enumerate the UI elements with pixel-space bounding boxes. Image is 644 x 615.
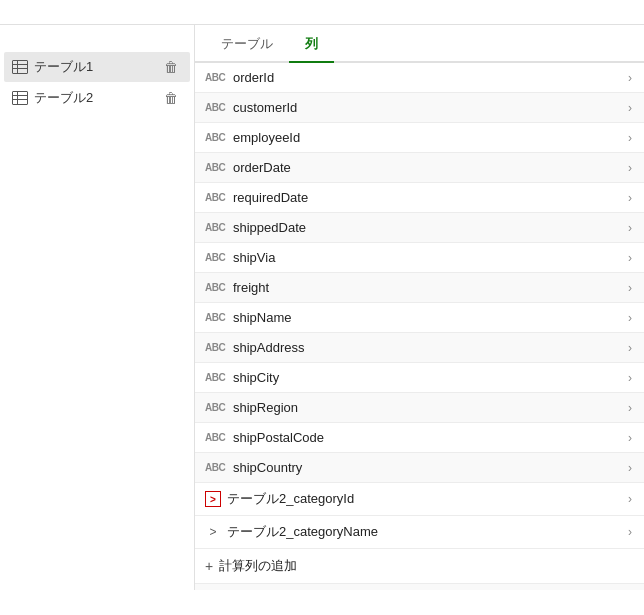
- column-row-table2_categoryId[interactable]: > テーブル2_categoryId ›: [195, 483, 644, 516]
- add-table-button[interactable]: [176, 39, 184, 43]
- column-name: shipCountry: [233, 460, 302, 475]
- join-badge: >: [205, 524, 221, 540]
- column-row-shipPostalCode[interactable]: ABC shipPostalCode ›: [195, 423, 644, 453]
- type-badge: ABC: [205, 102, 227, 113]
- type-badge: ABC: [205, 192, 227, 203]
- type-badge: ABC: [205, 132, 227, 143]
- column-name: customerId: [233, 100, 297, 115]
- column-row-shipCity[interactable]: ABC shipCity ›: [195, 363, 644, 393]
- chevron-right-icon: ›: [628, 525, 632, 539]
- column-row-shipVia[interactable]: ABC shipVia ›: [195, 243, 644, 273]
- type-badge: ABC: [205, 402, 227, 413]
- column-name: shipRegion: [233, 400, 298, 415]
- column-row-requiredDate[interactable]: ABC requiredDate ›: [195, 183, 644, 213]
- tab-tables[interactable]: テーブル: [205, 25, 289, 63]
- content-area: テーブル 列 ABC orderId › ABC customerId › AB…: [195, 25, 644, 590]
- column-name: テーブル2_categoryName: [227, 523, 378, 541]
- join-highlight-badge: >: [205, 491, 221, 507]
- sidebar-item-table2[interactable]: テーブル2 🗑: [4, 83, 190, 113]
- type-badge: ABC: [205, 222, 227, 233]
- column-name: shipPostalCode: [233, 430, 324, 445]
- delete-icon[interactable]: 🗑: [162, 88, 180, 108]
- chevron-right-icon: ›: [628, 311, 632, 325]
- page-header: [0, 0, 644, 25]
- column-name: shipAddress: [233, 340, 305, 355]
- delete-icon[interactable]: 🗑: [162, 57, 180, 77]
- type-badge: ABC: [205, 372, 227, 383]
- type-badge: ABC: [205, 72, 227, 83]
- sidebar-item-label: テーブル2: [34, 89, 93, 107]
- column-name: テーブル2_categoryId: [227, 490, 354, 508]
- type-badge: ABC: [205, 342, 227, 353]
- chevron-right-icon: ›: [628, 221, 632, 235]
- chevron-right-icon: ›: [628, 371, 632, 385]
- column-name: shipVia: [233, 250, 275, 265]
- type-badge: ABC: [205, 462, 227, 473]
- chevron-right-icon: ›: [628, 461, 632, 475]
- tab-columns[interactable]: 列: [289, 25, 334, 63]
- table-icon: [12, 91, 28, 105]
- column-name: employeeId: [233, 130, 300, 145]
- column-row-shippedDate[interactable]: ABC shippedDate ›: [195, 213, 644, 243]
- column-row-shipAddress[interactable]: ABC shipAddress ›: [195, 333, 644, 363]
- add-calc-label: 計算列の追加: [219, 557, 297, 575]
- column-list: ABC orderId › ABC customerId › ABC emplo…: [195, 63, 644, 590]
- column-name: requiredDate: [233, 190, 308, 205]
- chevron-right-icon: ›: [628, 341, 632, 355]
- sidebar: テーブル1 🗑 テーブル2 🗑: [0, 25, 195, 590]
- tabs-bar: テーブル 列: [195, 25, 644, 63]
- type-badge: ABC: [205, 432, 227, 443]
- svg-rect-4: [13, 92, 28, 105]
- column-row-orderDate[interactable]: ABC orderDate ›: [195, 153, 644, 183]
- column-name: shippedDate: [233, 220, 306, 235]
- add-calc-row[interactable]: + 計算列の追加: [195, 549, 644, 584]
- column-row-employeeId[interactable]: ABC employeeId ›: [195, 123, 644, 153]
- column-name: freight: [233, 280, 269, 295]
- chevron-right-icon: ›: [628, 161, 632, 175]
- column-name: orderId: [233, 70, 274, 85]
- column-name: shipName: [233, 310, 292, 325]
- chevron-right-icon: ›: [628, 71, 632, 85]
- chevron-right-icon: ›: [628, 431, 632, 445]
- column-name: orderDate: [233, 160, 291, 175]
- column-name: shipCity: [233, 370, 279, 385]
- type-badge: ABC: [205, 282, 227, 293]
- chevron-right-icon: ›: [628, 251, 632, 265]
- column-row-shipCountry[interactable]: ABC shipCountry ›: [195, 453, 644, 483]
- chevron-right-icon: ›: [628, 131, 632, 145]
- column-row-freight[interactable]: ABC freight ›: [195, 273, 644, 303]
- chevron-right-icon: ›: [628, 101, 632, 115]
- column-row-shipRegion[interactable]: ABC shipRegion ›: [195, 393, 644, 423]
- sidebar-item-table1[interactable]: テーブル1 🗑: [4, 52, 190, 82]
- type-badge: ABC: [205, 252, 227, 263]
- sidebar-item-label: テーブル1: [34, 58, 93, 76]
- column-row-orderId[interactable]: ABC orderId ›: [195, 63, 644, 93]
- svg-rect-0: [13, 61, 28, 74]
- sidebar-items-container: テーブル1 🗑 テーブル2 🗑: [0, 52, 194, 113]
- chevron-right-icon: ›: [628, 281, 632, 295]
- type-badge: ABC: [205, 312, 227, 323]
- chevron-right-icon: ›: [628, 492, 632, 506]
- table-icon: [12, 60, 28, 74]
- plus-icon: +: [205, 558, 213, 574]
- column-row-table2_categoryName[interactable]: > テーブル2_categoryName ›: [195, 516, 644, 549]
- chevron-right-icon: ›: [628, 401, 632, 415]
- column-row-shipName[interactable]: ABC shipName ›: [195, 303, 644, 333]
- chevron-right-icon: ›: [628, 191, 632, 205]
- column-row-customerId[interactable]: ABC customerId ›: [195, 93, 644, 123]
- type-badge: ABC: [205, 162, 227, 173]
